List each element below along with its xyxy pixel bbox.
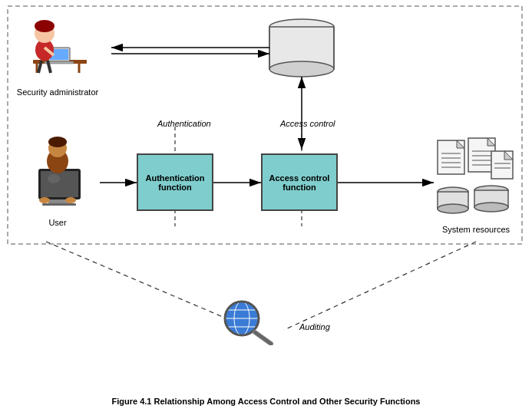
system-resources-icon	[434, 134, 518, 219]
svg-point-3	[269, 19, 334, 35]
svg-point-59	[438, 204, 468, 213]
security-admin-label: Security administrator	[15, 87, 100, 97]
magnifier-icon	[219, 299, 280, 345]
access-control-label: Access control	[280, 119, 335, 128]
svg-point-27	[35, 20, 55, 32]
user-figure: User	[15, 134, 100, 227]
svg-point-62	[474, 203, 508, 212]
figure-caption: Figure 4.1 Relationship Among Access Con…	[0, 397, 532, 406]
auditing-label: Auditing	[299, 322, 330, 331]
security-admin-icon	[21, 8, 94, 84]
auditing-figure	[219, 299, 280, 348]
auth-function-box: Authentication function	[137, 153, 213, 211]
svg-point-39	[65, 197, 76, 203]
system-resources-label: System resources	[434, 225, 518, 234]
svg-line-17	[284, 242, 476, 330]
security-admin-figure: Security administrator	[15, 8, 100, 97]
auth-function-label: Authentication function	[138, 173, 212, 192]
svg-point-37	[48, 137, 67, 147]
svg-rect-4	[269, 27, 334, 69]
svg-rect-32	[41, 171, 78, 197]
user-icon	[15, 134, 100, 215]
user-label: User	[15, 218, 100, 227]
authentication-label: Authentication	[157, 119, 211, 128]
access-control-box: Access control function	[261, 153, 338, 211]
svg-point-38	[39, 197, 50, 203]
svg-rect-53	[491, 151, 513, 179]
access-control-function-label: Access control function	[263, 173, 336, 192]
svg-line-70	[255, 332, 271, 344]
svg-point-40	[48, 174, 60, 183]
system-resources-figure: System resources	[434, 134, 518, 234]
svg-point-5	[269, 61, 334, 77]
svg-rect-34	[42, 203, 76, 206]
